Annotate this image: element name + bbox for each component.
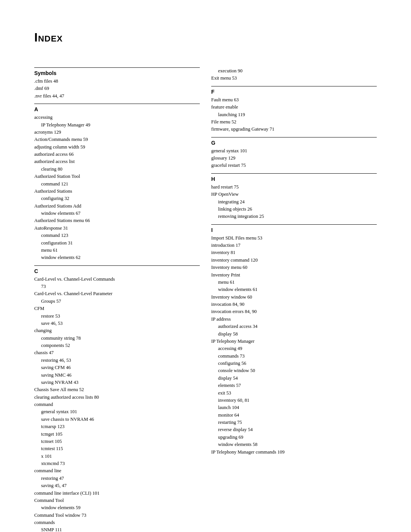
divider-i: [211, 224, 377, 225]
column-1: Symbols .cfm files 48 .dmf 69 .nvr files…: [34, 67, 211, 532]
divider-symbols: [34, 67, 200, 68]
divider-h: [211, 173, 377, 174]
entries-h: hard restart 75 HP OpenView integrating …: [211, 184, 377, 220]
section-e-cont: execution 90 Exit menu 53: [211, 67, 377, 82]
entries-g: general syntax 101 glossary 129 graceful…: [211, 147, 377, 169]
section-h: H hard restart 75 HP OpenView integratin…: [211, 173, 377, 220]
section-f: F Fault menu 63 feature enable launching…: [211, 86, 377, 133]
section-header-symbols: Symbols: [34, 70, 200, 76]
section-header-g: G: [211, 140, 377, 146]
index-columns: Symbols .cfm files 48 .dmf 69 .nvr files…: [34, 67, 377, 532]
section-symbols: Symbols .cfm files 48 .dmf 69 .nvr files…: [34, 67, 200, 100]
section-header-c: C: [34, 268, 200, 274]
divider-a: [34, 104, 200, 104]
section-header-h: H: [211, 176, 377, 182]
section-i: I Import SDL Files menu 53 introduction …: [211, 224, 377, 456]
page-title: Index: [34, 30, 377, 45]
section-header-a: A: [34, 106, 200, 112]
column-2: execution 90 Exit menu 53 F Fault menu 6…: [211, 67, 377, 532]
entry-cfm: .cfm files 48 .dmf 69 .nvr files 44, 47: [34, 78, 200, 100]
section-a: A accessing IP Telephony Manager 49 acro…: [34, 104, 200, 262]
entries-i: Import SDL Files menu 53 introduction 17…: [211, 235, 377, 456]
entries-c: Card-Level vs. Channel-Level Commands 73…: [34, 276, 200, 532]
entries-e-cont: execution 90 Exit menu 53: [211, 67, 377, 82]
divider-c: [34, 265, 200, 266]
section-header-f: F: [211, 89, 377, 95]
entries-a: accessing IP Telephony Manager 49 acrony…: [34, 114, 200, 262]
section-c: C Card-Level vs. Channel-Level Commands …: [34, 265, 200, 532]
entries-f: Fault menu 63 feature enable launching 1…: [211, 96, 377, 133]
page-container: Index Symbols .cfm files 48 .dmf 69 .nvr…: [34, 30, 377, 532]
section-header-i: I: [211, 227, 377, 233]
divider-g: [211, 137, 377, 137]
divider-f: [211, 86, 377, 86]
section-g: G general syntax 101 glossary 129 gracef…: [211, 137, 377, 169]
